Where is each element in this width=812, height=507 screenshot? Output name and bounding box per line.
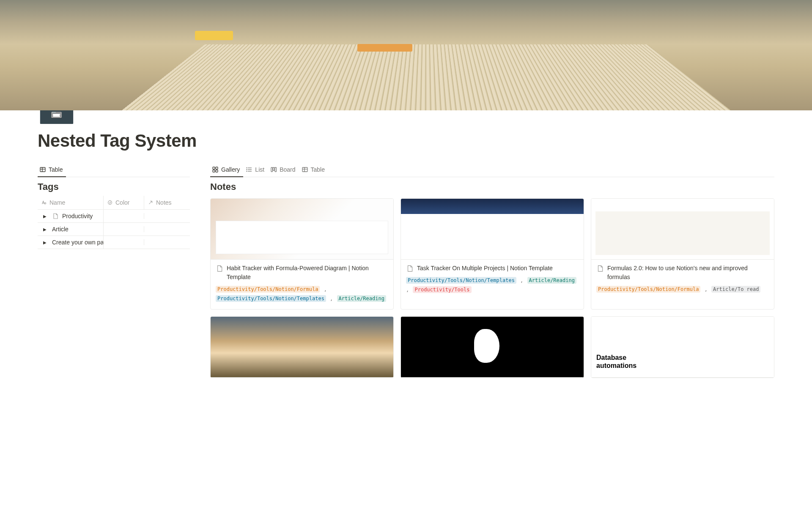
tag-chip: Productivity/Tools/Notion/Formula — [596, 286, 700, 293]
tab-board[interactable]: Board — [269, 164, 299, 177]
page-icon — [406, 265, 414, 272]
tag-separator: , — [406, 287, 412, 293]
page-icon — [216, 265, 223, 272]
table-icon — [39, 166, 46, 173]
gallery-card[interactable]: Task Tracker On Multiple Projects | Noti… — [401, 198, 584, 310]
tag-chip: Productivity/Tools/Notion/Templates — [216, 295, 326, 302]
tag-separator: , — [701, 286, 710, 292]
col-notes[interactable]: Notes — [144, 196, 190, 209]
table-row[interactable]: ▶Article — [38, 223, 190, 236]
gallery-card[interactable]: Databaseautomations — [591, 316, 774, 378]
list-icon — [246, 166, 252, 173]
toggle[interactable]: ▶ — [38, 211, 49, 222]
gallery-card[interactable]: Formulas 2.0: How to use Notion's new an… — [591, 198, 774, 310]
card-title: Formulas 2.0: How to use Notion's new an… — [607, 264, 769, 282]
card-title: Habit Tracker with Formula-Powered Diagr… — [227, 264, 388, 282]
card-tags: Productivity/Tools/Notion/Formula , Arti… — [596, 285, 769, 294]
svg-point-12 — [247, 170, 247, 170]
notes-view-tabs: GalleryListBoardTable — [210, 164, 774, 177]
svg-rect-0 — [40, 167, 45, 172]
cell-color[interactable] — [104, 213, 144, 219]
cell-color[interactable] — [104, 226, 144, 232]
tag-chip: Article/Reading — [337, 295, 386, 302]
card-title: Task Tracker On Multiple Projects | Noti… — [417, 264, 553, 273]
cover-decor — [195, 31, 233, 40]
col-name[interactable]: Name — [38, 196, 104, 209]
card-cover — [401, 199, 584, 260]
svg-point-13 — [247, 171, 247, 172]
page-title[interactable]: Nested Tag System — [38, 131, 812, 151]
chevron-right-icon: ▶ — [43, 240, 47, 245]
cell-name[interactable]: Create your own path — [49, 236, 104, 249]
tab-list[interactable]: List — [244, 164, 268, 177]
toggle[interactable]: ▶ — [38, 237, 49, 248]
table-row[interactable]: ▶Productivity — [38, 210, 190, 223]
cover-image — [0, 0, 812, 110]
cell-name[interactable]: Article — [49, 223, 104, 236]
svg-rect-7 — [216, 170, 218, 172]
page-icon — [596, 265, 604, 272]
svg-rect-17 — [302, 167, 307, 172]
card-cover: Databaseautomations — [591, 317, 774, 378]
chevron-right-icon: ▶ — [43, 214, 47, 219]
svg-point-11 — [247, 168, 247, 168]
gallery-card[interactable] — [210, 316, 394, 378]
toggle[interactable]: ▶ — [38, 224, 49, 235]
notes-db-title[interactable]: Notes — [210, 181, 774, 192]
gallery-icon — [212, 166, 219, 173]
cell-notes[interactable] — [144, 226, 190, 232]
tab-label: Table — [311, 166, 325, 173]
text-icon — [41, 200, 47, 206]
gallery-card[interactable]: Habit Tracker with Formula-Powered Diagr… — [210, 198, 394, 310]
svg-rect-4 — [213, 167, 215, 169]
tab-label: Table — [49, 166, 63, 173]
row-name: Productivity — [62, 213, 93, 219]
gallery-card[interactable] — [401, 316, 584, 378]
tag-chip: Productivity/Tools/Notion/Formula — [216, 286, 320, 293]
row-name: Article — [52, 226, 69, 233]
tab-label: List — [255, 166, 264, 173]
tab-table[interactable]: Table — [300, 164, 328, 177]
card-cover — [591, 199, 774, 260]
tags-db-title[interactable]: Tags — [38, 181, 190, 192]
tag-separator: , — [327, 296, 336, 301]
board-icon — [270, 166, 277, 173]
tag-chip: Article/Reading — [527, 277, 576, 284]
tab-label: Board — [280, 166, 295, 173]
tag-separator: , — [321, 286, 326, 292]
tag-separator: , — [517, 277, 527, 283]
select-icon — [107, 200, 113, 206]
card-tags: Productivity/Tools/Notion/Formula , Prod… — [216, 285, 388, 303]
table-icon — [302, 166, 308, 173]
svg-rect-14 — [271, 167, 273, 172]
card-cover — [211, 199, 393, 260]
tags-view-tabs: Table — [38, 164, 190, 177]
svg-rect-6 — [213, 170, 215, 172]
card-tags: Productivity/Tools/Notion/Templates , Ar… — [406, 276, 579, 294]
svg-rect-5 — [216, 167, 218, 169]
svg-rect-15 — [273, 167, 275, 170]
cover-text: Databaseautomations — [596, 354, 636, 370]
tab-table[interactable]: Table — [38, 164, 66, 177]
cell-notes[interactable] — [144, 239, 190, 245]
cell-color[interactable] — [104, 239, 144, 245]
cover-decor — [357, 44, 412, 52]
tag-chip: Productivity/Tools/Notion/Templates — [406, 277, 516, 284]
cell-notes[interactable] — [144, 213, 190, 219]
svg-point-3 — [108, 201, 112, 205]
tag-chip: Productivity/Tools — [413, 286, 471, 293]
tab-gallery[interactable]: Gallery — [210, 164, 243, 177]
table-row[interactable]: ▶Create your own path — [38, 236, 190, 249]
svg-rect-16 — [275, 167, 277, 172]
tag-chip: Article/To read — [711, 286, 760, 293]
row-name: Create your own path — [52, 239, 104, 246]
relation-icon — [148, 200, 154, 206]
cell-name[interactable]: Productivity — [49, 210, 104, 222]
card-cover — [401, 317, 584, 378]
table-header: Name Color Notes — [38, 196, 190, 210]
page-icon — [52, 213, 59, 219]
card-cover — [211, 317, 393, 378]
tab-label: Gallery — [221, 166, 240, 173]
chevron-right-icon: ▶ — [43, 227, 47, 232]
col-color[interactable]: Color — [104, 196, 144, 209]
